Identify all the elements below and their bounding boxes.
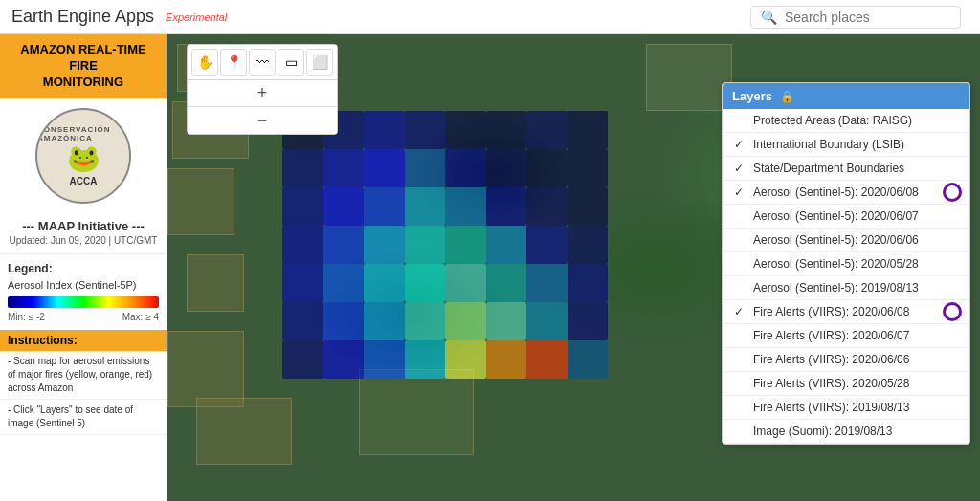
heat-cell — [364, 340, 405, 379]
heat-cell — [526, 264, 568, 302]
heat-cell — [282, 340, 323, 379]
layer-checkbox[interactable] — [732, 233, 746, 247]
heat-cell — [282, 226, 323, 264]
heat-cell — [486, 264, 527, 302]
layer-name: Fire Alerts (VIIRS): 2019/08/13 — [753, 401, 960, 414]
layer-checkbox[interactable] — [732, 281, 746, 294]
layer-checkbox[interactable] — [732, 425, 746, 438]
legend-header: Legend: — [0, 254, 167, 279]
heat-cell — [445, 187, 486, 226]
heat-cell — [364, 111, 405, 149]
instruction-2: - Click "Layers" to see date of image (S… — [0, 400, 167, 435]
layer-item[interactable]: Aerosol (Sentinel-5): 2020/06/07 — [723, 205, 969, 229]
sidebar: AMAZON REAL-TIME FIREMONITORING CONSERVA… — [0, 34, 167, 501]
layer-item[interactable]: ✓Aerosol (Sentinel-5): 2020/06/08 — [723, 181, 969, 205]
layer-checkbox[interactable] — [732, 257, 746, 271]
layer-item[interactable]: Aerosol (Sentinel-5): 2019/08/13 — [723, 276, 969, 300]
heat-cell — [323, 340, 365, 379]
heat-cell — [486, 302, 527, 340]
heat-cell — [405, 149, 446, 187]
layer-item[interactable]: Fire Alerts (VIIRS): 2020/05/28 — [723, 372, 969, 396]
layer-checkbox[interactable]: ✓ — [732, 162, 746, 175]
rect-tool[interactable]: ▭ — [278, 49, 304, 76]
layers-title: Layers — [732, 89, 772, 103]
layer-highlight-circle — [943, 302, 962, 321]
layer-name: Fire Alerts (VIIRS): 2020/06/07 — [753, 329, 960, 342]
layer-item[interactable]: Aerosol (Sentinel-5): 2020/05/28 — [723, 252, 969, 276]
maap-title: --- MAAP Initiative --- — [0, 213, 167, 235]
layer-name: Protected Areas (Data: RAISG) — [753, 114, 960, 127]
lock-icon: 🔒 — [780, 90, 794, 103]
heat-cell — [445, 226, 486, 264]
heat-cell — [526, 340, 568, 379]
heat-cell — [445, 302, 486, 340]
heat-cell — [486, 187, 527, 226]
heat-cell — [526, 226, 568, 264]
layer-name: Fire Alerts (VIIRS): 2020/06/08 — [753, 305, 960, 318]
logo-container: CONSERVACIÓN AMAZÓNICA 🐸 ACCA — [0, 98, 167, 213]
layer-item[interactable]: Fire Alerts (VIIRS): 2020/06/07 — [723, 324, 969, 348]
heat-cell — [568, 149, 609, 187]
heat-cell — [526, 111, 568, 149]
heat-cell — [282, 187, 323, 226]
heat-cell — [445, 111, 486, 149]
layer-checkbox[interactable] — [732, 401, 746, 414]
heat-cell — [486, 340, 527, 379]
line-tool[interactable]: 〰 — [249, 49, 276, 76]
zoom-in-button[interactable]: + — [188, 80, 337, 107]
heat-cell — [445, 149, 486, 187]
layer-name: Aerosol (Sentinel-5): 2019/08/13 — [753, 281, 960, 294]
heat-cell — [323, 149, 365, 187]
search-bar[interactable]: 🔍 — [750, 6, 961, 29]
layer-item[interactable]: Protected Areas (Data: RAISG) — [723, 109, 969, 133]
layer-checkbox[interactable]: ✓ — [732, 185, 746, 199]
heat-cell — [323, 226, 365, 264]
marker-tool[interactable]: 📍 — [220, 49, 247, 76]
layer-item[interactable]: Fire Alerts (VIIRS): 2019/08/13 — [723, 396, 969, 420]
heat-cell — [486, 149, 527, 187]
hand-tool[interactable]: ✋ — [191, 49, 218, 76]
layer-item[interactable]: ✓International Boundary (LSIB) — [723, 133, 969, 157]
heat-cell — [364, 226, 405, 264]
layer-highlight-circle — [943, 183, 962, 202]
map-toolbar: ✋ 📍 〰 ▭ ⬜ — [188, 45, 337, 80]
layer-name: International Boundary (LSIB) — [753, 138, 960, 151]
layer-item[interactable]: Aerosol (Sentinel-5): 2020/06/06 — [723, 229, 969, 252]
layer-checkbox[interactable] — [732, 114, 746, 127]
layer-name: Image (Suomi): 2019/08/13 — [753, 425, 960, 438]
layers-list: Protected Areas (Data: RAISG)✓Internatio… — [723, 109, 969, 444]
heat-cell — [405, 302, 446, 340]
poly-tool[interactable]: ⬜ — [306, 49, 333, 76]
heat-cell — [486, 111, 527, 149]
heat-cell — [526, 187, 568, 226]
layer-checkbox[interactable] — [732, 353, 746, 366]
zoom-controls: + − — [188, 80, 337, 134]
color-scale-bar — [8, 296, 159, 308]
map-container[interactable]: ✋ 📍 〰 ▭ ⬜ + − Layers 🔒 Protected Areas (… — [167, 34, 980, 501]
layer-item[interactable]: ✓State/Department Boundaries — [723, 157, 969, 181]
heat-cell — [364, 149, 405, 187]
layer-checkbox[interactable] — [732, 209, 746, 223]
layer-checkbox[interactable]: ✓ — [732, 305, 746, 318]
zoom-out-button[interactable]: − — [188, 107, 337, 134]
layer-name: Aerosol (Sentinel-5): 2020/06/08 — [753, 185, 960, 199]
heat-cell — [526, 149, 568, 187]
layer-item[interactable]: Fire Alerts (VIIRS): 2020/06/06 — [723, 348, 969, 372]
search-icon: 🔍 — [761, 10, 777, 25]
search-input[interactable] — [785, 10, 950, 25]
layer-item[interactable]: Image (Suomi): 2019/08/13 — [723, 420, 969, 444]
color-min: Min: ≤ -2 — [8, 312, 45, 322]
aerosol-heatmap — [282, 111, 608, 379]
updated-timestamp: Updated: Jun 09, 2020 | UTC/GMT — [0, 235, 167, 254]
map-controls: ✋ 📍 〰 ▭ ⬜ + − — [187, 44, 338, 135]
layer-checkbox[interactable] — [732, 377, 746, 390]
layer-checkbox[interactable]: ✓ — [732, 138, 746, 151]
layers-panel: Layers 🔒 Protected Areas (Data: RAISG)✓I… — [722, 82, 970, 445]
layers-panel-header: Layers 🔒 — [723, 83, 969, 109]
layer-checkbox[interactable] — [732, 329, 746, 342]
heat-cell — [323, 187, 365, 226]
layer-item[interactable]: ✓Fire Alerts (VIIRS): 2020/06/08 — [723, 300, 969, 324]
heat-cell — [445, 340, 486, 379]
layer-name: Aerosol (Sentinel-5): 2020/05/28 — [753, 257, 960, 271]
app-title-sidebar: AMAZON REAL-TIME FIREMONITORING — [0, 34, 167, 98]
